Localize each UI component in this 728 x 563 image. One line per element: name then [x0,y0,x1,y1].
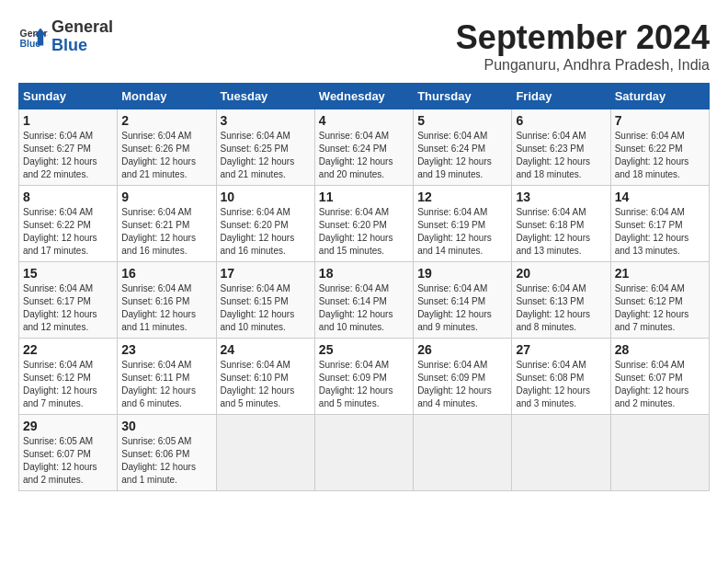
calendar-day-19: 19Sunrise: 6:04 AM Sunset: 6:14 PM Dayli… [414,262,512,339]
calendar-day-14: 14Sunrise: 6:04 AM Sunset: 6:17 PM Dayli… [610,186,709,262]
calendar-day-26: 26Sunrise: 6:04 AM Sunset: 6:09 PM Dayli… [414,339,512,415]
calendar-day-15: 15Sunrise: 6:04 AM Sunset: 6:17 PM Dayli… [19,262,118,339]
calendar-week-4: 29Sunrise: 6:05 AM Sunset: 6:07 PM Dayli… [19,415,710,491]
calendar-day-4: 4Sunrise: 6:04 AM Sunset: 6:24 PM Daylig… [314,109,413,186]
month-title: September 2024 [456,18,710,57]
calendar-day-20: 20Sunrise: 6:04 AM Sunset: 6:13 PM Dayli… [512,262,610,339]
calendar-day-11: 11Sunrise: 6:04 AM Sunset: 6:20 PM Dayli… [314,186,413,262]
calendar-day-24: 24Sunrise: 6:04 AM Sunset: 6:10 PM Dayli… [216,339,314,415]
calendar-empty [512,415,610,491]
header-row: Sunday Monday Tuesday Wednesday Thursday… [19,84,710,109]
calendar-day-8: 8Sunrise: 6:04 AM Sunset: 6:22 PM Daylig… [19,186,118,262]
title-block: September 2024 Punganuru, Andhra Pradesh… [456,18,710,74]
calendar-day-3: 3Sunrise: 6:04 AM Sunset: 6:25 PM Daylig… [216,109,314,186]
calendar-day-28: 28Sunrise: 6:04 AM Sunset: 6:07 PM Dayli… [610,339,709,415]
header-wednesday: Wednesday [314,84,413,109]
calendar-day-17: 17Sunrise: 6:04 AM Sunset: 6:15 PM Dayli… [216,262,314,339]
calendar-body: 1Sunrise: 6:04 AM Sunset: 6:27 PM Daylig… [19,109,710,491]
calendar-day-16: 16Sunrise: 6:04 AM Sunset: 6:16 PM Dayli… [118,262,216,339]
calendar-day-5: 5Sunrise: 6:04 AM Sunset: 6:24 PM Daylig… [414,109,512,186]
calendar-day-25: 25Sunrise: 6:04 AM Sunset: 6:09 PM Dayli… [314,339,413,415]
logo: General Blue General Blue [18,18,113,55]
calendar-day-22: 22Sunrise: 6:04 AM Sunset: 6:12 PM Dayli… [19,339,118,415]
calendar-day-21: 21Sunrise: 6:04 AM Sunset: 6:12 PM Dayli… [610,262,709,339]
calendar-table: Sunday Monday Tuesday Wednesday Thursday… [18,83,710,491]
calendar-day-7: 7Sunrise: 6:04 AM Sunset: 6:22 PM Daylig… [610,109,709,186]
calendar-day-27: 27Sunrise: 6:04 AM Sunset: 6:08 PM Dayli… [512,339,610,415]
calendar-day-6: 6Sunrise: 6:04 AM Sunset: 6:23 PM Daylig… [512,109,610,186]
calendar-week-1: 8Sunrise: 6:04 AM Sunset: 6:22 PM Daylig… [19,186,710,262]
header-saturday: Saturday [610,84,709,109]
calendar-day-13: 13Sunrise: 6:04 AM Sunset: 6:18 PM Dayli… [512,186,610,262]
calendar-empty [314,415,413,491]
calendar-empty [610,415,709,491]
location-subtitle: Punganuru, Andhra Pradesh, India [456,57,710,74]
header-sunday: Sunday [19,84,118,109]
logo-text: General Blue [51,18,113,55]
page-header: General Blue General Blue September 2024… [18,18,710,74]
calendar-day-12: 12Sunrise: 6:04 AM Sunset: 6:19 PM Dayli… [414,186,512,262]
calendar-day-2: 2Sunrise: 6:04 AM Sunset: 6:26 PM Daylig… [118,109,216,186]
calendar-week-0: 1Sunrise: 6:04 AM Sunset: 6:27 PM Daylig… [19,109,710,186]
calendar-day-9: 9Sunrise: 6:04 AM Sunset: 6:21 PM Daylig… [118,186,216,262]
calendar-day-23: 23Sunrise: 6:04 AM Sunset: 6:11 PM Dayli… [118,339,216,415]
calendar-week-3: 22Sunrise: 6:04 AM Sunset: 6:12 PM Dayli… [19,339,710,415]
calendar-day-18: 18Sunrise: 6:04 AM Sunset: 6:14 PM Dayli… [314,262,413,339]
header-thursday: Thursday [414,84,512,109]
calendar-empty [414,415,512,491]
calendar-day-30: 30Sunrise: 6:05 AM Sunset: 6:06 PM Dayli… [118,415,216,491]
calendar-day-10: 10Sunrise: 6:04 AM Sunset: 6:20 PM Dayli… [216,186,314,262]
header-monday: Monday [118,84,216,109]
calendar-day-1: 1Sunrise: 6:04 AM Sunset: 6:27 PM Daylig… [19,109,118,186]
calendar-day-29: 29Sunrise: 6:05 AM Sunset: 6:07 PM Dayli… [19,415,118,491]
calendar-week-2: 15Sunrise: 6:04 AM Sunset: 6:17 PM Dayli… [19,262,710,339]
logo-icon: General Blue [18,22,48,52]
header-tuesday: Tuesday [216,84,314,109]
calendar-empty [216,415,314,491]
header-friday: Friday [512,84,610,109]
